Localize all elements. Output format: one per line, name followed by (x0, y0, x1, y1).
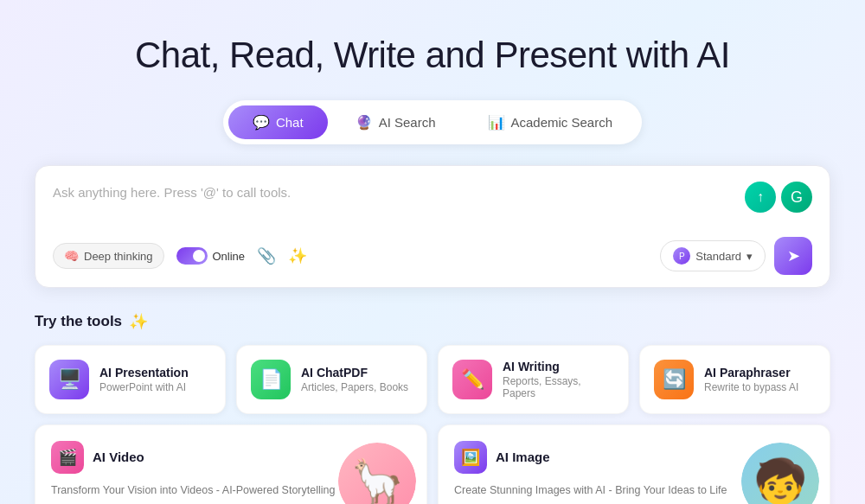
sparkle-icon: ✨ (129, 312, 148, 331)
try-tools-header: Try the tools ✨ (35, 312, 830, 331)
ai-chatpdf-icon-box: 📄 (251, 360, 291, 399)
source-button[interactable]: ↑ (745, 182, 776, 213)
tool-card-ai-chatpdf[interactable]: 📄 AI ChatPDF Articles, Papers, Books (236, 345, 427, 414)
try-tools-label: Try the tools (35, 313, 122, 330)
chevron-down-icon: ▾ (746, 250, 753, 263)
tab-academic-search[interactable]: 📊 Academic Search (464, 105, 638, 139)
ai-image-name: AI Image (496, 450, 550, 464)
ai-presentation-text: AI Presentation PowerPoint with AI (99, 366, 211, 393)
magic-button[interactable]: ✨ (288, 246, 307, 265)
main-container: Chat, Read, Write and Present with AI 💬 … (0, 0, 865, 504)
ai-presentation-name: AI Presentation (99, 366, 211, 380)
ai-chatpdf-text: AI ChatPDF Articles, Papers, Books (301, 366, 413, 393)
search-right: P Standard ▾ ➤ (660, 237, 812, 275)
ai-image-icon-box: 🖼️ (454, 441, 487, 474)
tool-card-ai-presentation[interactable]: 🖥️ AI Presentation PowerPoint with AI (35, 345, 226, 414)
ai-writing-name: AI Writing (503, 360, 614, 373)
ai-paraphraser-name: AI Paraphraser (704, 366, 816, 380)
tools-grid-row1: 🖥️ AI Presentation PowerPoint with AI 📄 … (35, 345, 830, 414)
tools-grid-row2: 🎬 AI Video Transform Your Vision into Vi… (35, 424, 830, 504)
tool-card-ai-paraphraser[interactable]: 🔄 AI Paraphraser Rewrite to bypass AI (639, 345, 830, 414)
online-toggle[interactable]: Online (176, 247, 246, 265)
ai-writing-desc: Reports, Essays, Papers (503, 375, 614, 399)
ai-paraphraser-desc: Rewrite to bypass AI (704, 381, 816, 393)
tool-card-ai-writing[interactable]: ✏️ AI Writing Reports, Essays, Papers (438, 345, 629, 414)
tool-card-ai-video[interactable]: 🎬 AI Video Transform Your Vision into Vi… (35, 424, 427, 504)
ai-paraphraser-icon-box: 🔄 (654, 360, 694, 399)
academic-search-icon: 📊 (488, 114, 505, 131)
search-tools: 🧠 Deep thinking Online 📎 ✨ (53, 243, 307, 269)
ai-video-name: AI Video (93, 450, 144, 464)
ai-writing-icon-box: ✏️ (452, 360, 492, 399)
ai-presentation-desc: PowerPoint with AI (99, 381, 211, 393)
page-title: Chat, Read, Write and Present with AI (35, 35, 830, 76)
standard-button[interactable]: P Standard ▾ (660, 240, 766, 271)
standard-icon: P (673, 247, 690, 265)
tab-chat[interactable]: 💬 Chat (228, 105, 328, 139)
deep-thinking-button[interactable]: 🧠 Deep thinking (53, 243, 164, 269)
search-box: Ask anything here. Press '@' to call too… (35, 165, 830, 288)
ai-search-icon: 🔮 (356, 114, 373, 131)
ai-chatpdf-name: AI ChatPDF (301, 366, 413, 380)
ai-writing-text: AI Writing Reports, Essays, Papers (503, 360, 614, 399)
send-button[interactable]: ➤ (774, 237, 812, 275)
search-actions-top: ↑ G (745, 182, 812, 213)
search-placeholder[interactable]: Ask anything here. Press '@' to call too… (53, 182, 745, 200)
send-icon: ➤ (787, 246, 800, 265)
ai-video-icon-box: 🎬 (51, 441, 84, 474)
tabs-wrapper: 💬 Chat 🔮 AI Search 📊 Academic Search (223, 100, 642, 144)
tool-card-ai-image[interactable]: 🖼️ AI Image Create Stunning Images with … (438, 424, 830, 504)
grammarly-button[interactable]: G (781, 182, 812, 213)
toggle-switch[interactable] (176, 247, 208, 265)
search-input-area: Ask anything here. Press '@' to call too… (53, 182, 812, 225)
ai-chatpdf-desc: Articles, Papers, Books (301, 381, 413, 393)
ai-paraphraser-text: AI Paraphraser Rewrite to bypass AI (704, 366, 816, 393)
tabs-container: 💬 Chat 🔮 AI Search 📊 Academic Search (35, 100, 830, 144)
search-bottom: 🧠 Deep thinking Online 📎 ✨ P Standard ▾ … (53, 237, 812, 275)
ai-presentation-icon-box: 🖥️ (49, 360, 89, 399)
tab-ai-search[interactable]: 🔮 AI Search (331, 105, 460, 139)
brain-icon: 🧠 (64, 249, 79, 263)
attach-button[interactable]: 📎 (257, 246, 276, 265)
chat-icon: 💬 (253, 114, 270, 131)
